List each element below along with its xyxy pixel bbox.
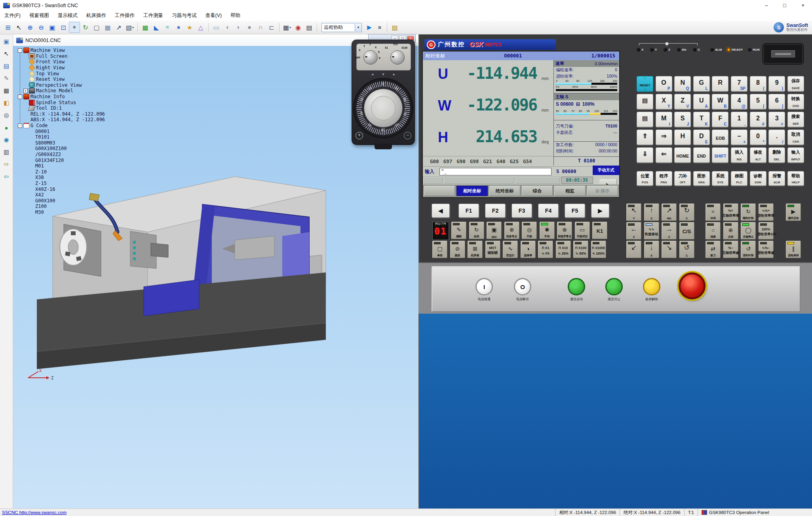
toolbar-icon[interactable]: ⊕ [25, 22, 36, 33]
toolbar-icon[interactable]: ▢ [91, 22, 102, 33]
machine-jog-button[interactable]: ∿∿ 快速移动 [644, 222, 659, 240]
side-tool-icon[interactable]: ◎ [2, 110, 11, 120]
keypad-key[interactable]: 8 ( [750, 76, 766, 92]
toolbar-icon[interactable]: ◖ [222, 22, 233, 33]
keypad-key[interactable]: 1 , [731, 112, 747, 128]
machine-jog-button[interactable]: ○ 润滑 [706, 222, 721, 240]
keypad-key[interactable]: END [693, 147, 710, 163]
tree-item[interactable]: REL:X -114.944, Z -122.096 [17, 111, 105, 117]
side-tool-icon[interactable]: ● [2, 123, 11, 132]
machine-jog-button[interactable]: ↻ C [679, 204, 694, 221]
tree-item[interactable]: X38 [17, 175, 105, 181]
tree-item[interactable]: Perspective View [17, 82, 105, 88]
power-button[interactable]: I 电源接通 [473, 278, 495, 301]
keypad-key[interactable]: N Q [674, 76, 691, 92]
menu-item[interactable]: 文件(F) [0, 11, 25, 21]
tree-item[interactable]: Tool ID:1 [17, 105, 105, 111]
machine-aux-button[interactable]: ∿ 空运行 [503, 241, 518, 258]
page-key[interactable]: 刀补 OFT [674, 171, 691, 186]
tree-item[interactable]: Full Screen [17, 53, 105, 59]
machine-aux-button[interactable]: Π X1000 ∿ 100% [591, 241, 606, 258]
side-tool-icon[interactable]: ↖ [2, 49, 11, 59]
play-icon[interactable]: ▶ [364, 24, 375, 31]
keypad-key[interactable]: 取消 CAN [787, 129, 804, 145]
toolbar-icon[interactable]: ▭ [211, 22, 222, 33]
tree-item[interactable]: + Machine Model [17, 88, 105, 94]
keypad-key[interactable]: EOB [712, 129, 728, 145]
keypad-key[interactable]: HOME [674, 147, 691, 163]
keypad-key[interactable]: . / [768, 129, 785, 145]
tree-item[interactable]: T0101 [17, 134, 105, 140]
function-key[interactable]: F5 [565, 204, 585, 218]
toolbar-icon[interactable]: ∩ [255, 22, 266, 33]
toolbar-icon[interactable]: ◗ [233, 22, 244, 33]
keypad-key[interactable]: SHIFT [712, 147, 728, 163]
toolbar-icon[interactable]: △ [195, 22, 206, 33]
usb-port[interactable] [763, 43, 804, 65]
toolbar-icon[interactable]: ⊖ [36, 22, 47, 33]
power-button[interactable]: 液压启动 [565, 278, 588, 301]
softkey-tab[interactable]: 绝对坐标 [489, 186, 520, 196]
tree-item[interactable]: Z-10 [17, 169, 105, 175]
machine-jog-button[interactable]: ↗ 4th [662, 204, 677, 221]
machine-jog-button[interactable]: ↺ 逆时针转 [741, 241, 756, 258]
keypad-key[interactable]: ⇓ [637, 147, 653, 163]
keypad-key[interactable]: ⇐ [656, 147, 672, 163]
machine-aux-button[interactable]: MST 辅助锁 [485, 241, 500, 258]
keypad-key[interactable]: 删除 DEL [768, 147, 785, 163]
machine-jog-button[interactable]: ↺ C [679, 241, 694, 258]
power-button-face[interactable]: I [475, 278, 493, 295]
tree-expand-box[interactable]: - [18, 48, 22, 53]
function-key[interactable]: F4 [538, 204, 559, 218]
side-tool-icon[interactable]: ▤ [2, 61, 11, 71]
function-key[interactable]: F1 [458, 204, 479, 218]
toolbar-icon[interactable] [137, 23, 138, 32]
side-tool-icon[interactable]: ◧ [2, 98, 11, 108]
machine-jog-button[interactable]: 100% 进给倍率100 [759, 222, 774, 240]
toolbar-icon[interactable]: ⌖ [69, 22, 80, 33]
softkey-tab[interactable]: 程监 [554, 186, 585, 196]
power-button[interactable]: 超程解除 [641, 278, 663, 301]
function-key[interactable]: F3 [512, 204, 532, 218]
toolbar-icon[interactable]: ● [244, 22, 255, 33]
machine-jog-button[interactable]: ↑ X [644, 204, 659, 221]
machine-jog-button[interactable]: ∿%+ 进给倍率增 [759, 204, 774, 221]
machine-mode-button[interactable]: ✱ 手动 [540, 222, 555, 239]
keypad-key[interactable]: 6 ] [768, 94, 785, 110]
machine-jog-button[interactable]: ≈ 冷却 [706, 204, 721, 221]
keypad-key[interactable]: 7 SP [731, 76, 747, 92]
machine-jog-button[interactable]: ▶ 循环启动 [786, 204, 801, 221]
tree-expand-box[interactable]: - [18, 95, 22, 99]
mdi-input-field[interactable]: ^_ [439, 168, 551, 175]
softkey-tab[interactable]: ⊞ 操作 [587, 186, 618, 196]
keypad-key[interactable]: S J [674, 112, 691, 128]
toolbar-icon[interactable]: ↻ [80, 22, 91, 33]
keypad-key[interactable]: O P [656, 76, 672, 92]
menu-item[interactable]: 工件测量 [139, 11, 167, 21]
function-key[interactable]: ▶ [591, 204, 609, 218]
toolbar-icon[interactable]: ⊏ [266, 22, 277, 33]
power-button-face[interactable] [568, 278, 585, 295]
combo-caret-icon[interactable]: ▼ [355, 24, 361, 31]
tree-item[interactable]: M30 [17, 209, 105, 215]
machine-jog-button[interactable]: ↓ X [644, 241, 659, 258]
machine-mode-button[interactable]: ◎ 手脉 [522, 222, 537, 239]
toolbar-icon[interactable]: ▣ [47, 22, 58, 33]
minimize-button[interactable]: – [757, 0, 776, 11]
toolbar-icon[interactable]: ⊡ [58, 22, 69, 33]
keypad-key[interactable]: 转换 CHG [787, 94, 804, 110]
toolbar-icon[interactable]: ≈ [162, 22, 173, 33]
keypad-key[interactable]: 搜索 SER [787, 112, 804, 128]
toolbar-icon[interactable]: ◉ [293, 22, 304, 33]
menu-item[interactable]: 查看(V) [201, 11, 226, 21]
tree-item[interactable]: O0001 [17, 128, 105, 134]
machine-jog-button[interactable]: ⇄ 换刀 [706, 241, 721, 258]
tree-item[interactable]: ABS:X -114.944, Z -122.096 [17, 117, 105, 123]
power-button[interactable] [679, 272, 701, 299]
handwheel-arrow-icon[interactable]: ▾ [382, 72, 384, 77]
keypad-key[interactable]: ⇑ [637, 129, 653, 145]
machine-aux-button[interactable]: Π X100 ∿ 50% [573, 241, 588, 258]
toolbar-icon[interactable]: ◣ [151, 22, 162, 33]
softkey-tab[interactable] [424, 186, 455, 196]
keypad-key[interactable]: ⇒ [656, 129, 672, 145]
